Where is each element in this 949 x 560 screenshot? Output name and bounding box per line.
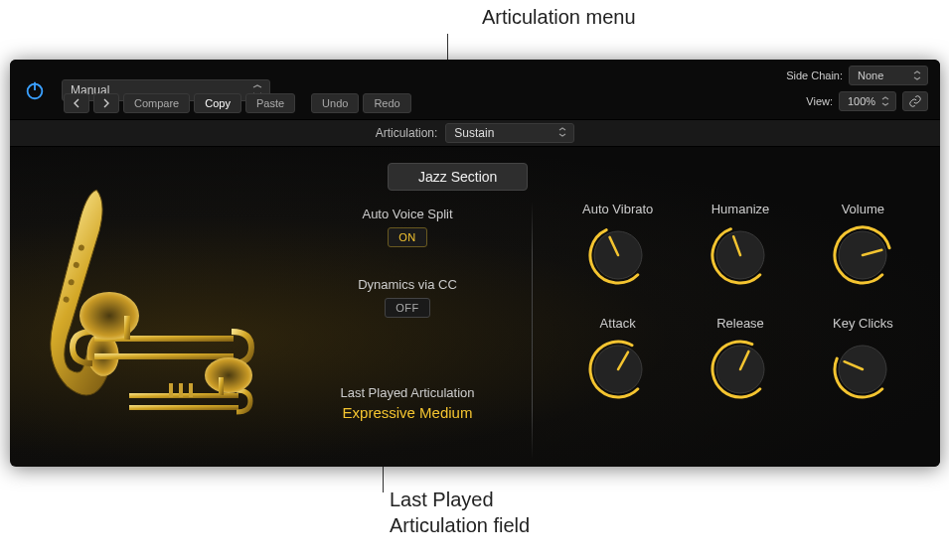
svg-rect-14	[219, 377, 224, 395]
auto-vibrato-label: Auto Vibrato	[556, 202, 679, 216]
auto-vibrato-cell: Auto Vibrato	[556, 202, 679, 286]
instrument-artwork	[10, 177, 278, 435]
sidechain-value: None	[858, 70, 883, 81]
callout-last-played: Last Played Articulation field	[390, 487, 530, 538]
articulation-bar: Articulation: Sustain	[10, 119, 940, 147]
humanize-knob[interactable]	[710, 224, 771, 286]
auto-voice-split-toggle[interactable]: ON	[388, 227, 427, 247]
view-label: View:	[806, 95, 833, 107]
volume-cell: Volume	[802, 202, 924, 286]
vertical-divider	[532, 202, 533, 460]
prev-preset-button[interactable]	[64, 93, 89, 113]
view-zoom-select[interactable]: 100%	[839, 91, 896, 111]
attack-knob[interactable]	[587, 339, 649, 400]
svg-rect-12	[129, 405, 238, 410]
auto-voice-split-label: Auto Voice Split	[308, 207, 507, 221]
sidechain-label: Side Chain:	[786, 70, 843, 81]
svg-rect-10	[124, 316, 130, 340]
release-cell: Release	[679, 316, 801, 400]
dynamics-cc-toggle[interactable]: OFF	[385, 298, 430, 318]
attack-cell: Attack	[556, 316, 679, 400]
svg-rect-15	[169, 383, 173, 397]
toolbar-right: Side Chain: None View: 100%	[786, 66, 928, 117]
svg-rect-16	[179, 383, 183, 397]
release-knob[interactable]	[710, 339, 771, 400]
volume-label: Volume	[802, 202, 924, 216]
last-played-label: Last Played Articulation	[308, 385, 507, 400]
last-played-value: Expressive Medium	[308, 404, 507, 421]
volume-knob[interactable]	[832, 224, 893, 286]
svg-rect-8	[94, 353, 234, 359]
auto-vibrato-knob[interactable]	[587, 224, 649, 286]
main-panel: Jazz Section Auto Voice Split ON Dynamic…	[10, 147, 940, 467]
key-clicks-cell: Key Clicks	[802, 316, 924, 400]
power-button[interactable]	[20, 75, 50, 105]
toolbar-lower-row: Compare Copy Paste Undo Redo	[64, 93, 411, 113]
humanize-label: Humanize	[679, 202, 801, 216]
dynamics-cc-group: Dynamics via CC OFF	[308, 277, 507, 318]
updown-icon	[911, 70, 923, 83]
callout-text: Last Played	[390, 487, 530, 512]
sidechain-select[interactable]: None	[849, 66, 928, 85]
updown-icon	[879, 95, 891, 109]
left-controls: Auto Voice Split ON Dynamics via CC OFF	[308, 207, 507, 348]
humanize-cell: Humanize	[679, 202, 801, 286]
updown-icon	[556, 126, 568, 141]
section-name-button[interactable]: Jazz Section	[388, 163, 528, 191]
paste-button[interactable]: Paste	[245, 93, 295, 113]
redo-button[interactable]: Redo	[363, 93, 410, 113]
compare-button[interactable]: Compare	[123, 93, 190, 113]
articulation-label: Articulation:	[376, 126, 438, 140]
toolbar: Manual Compare Copy Paste Undo Redo Side…	[10, 60, 940, 119]
key-clicks-knob[interactable]	[832, 339, 893, 400]
svg-rect-17	[189, 383, 193, 397]
attack-label: Attack	[556, 316, 679, 331]
callout-articulation-menu: Articulation menu	[482, 6, 636, 29]
dynamics-cc-label: Dynamics via CC	[308, 277, 507, 292]
copy-button[interactable]: Copy	[194, 93, 241, 113]
auto-voice-split-group: Auto Voice Split ON	[308, 207, 507, 247]
key-clicks-label: Key Clicks	[802, 316, 924, 331]
release-label: Release	[679, 316, 801, 331]
callout-text: Articulation field	[390, 512, 530, 538]
plugin-window: Manual Compare Copy Paste Undo Redo Side…	[10, 60, 940, 467]
svg-point-13	[205, 357, 252, 393]
next-preset-button[interactable]	[93, 93, 119, 113]
undo-button[interactable]: Undo	[311, 93, 359, 113]
link-button[interactable]	[902, 91, 928, 111]
knob-grid: Auto Vibrato Humanize Volume Attack Rele…	[556, 202, 924, 400]
articulation-select[interactable]: Sustain	[445, 123, 574, 143]
last-played-articulation-field: Last Played Articulation Expressive Medi…	[308, 385, 507, 421]
articulation-value: Sustain	[454, 126, 494, 140]
view-zoom-value: 100%	[848, 95, 875, 107]
